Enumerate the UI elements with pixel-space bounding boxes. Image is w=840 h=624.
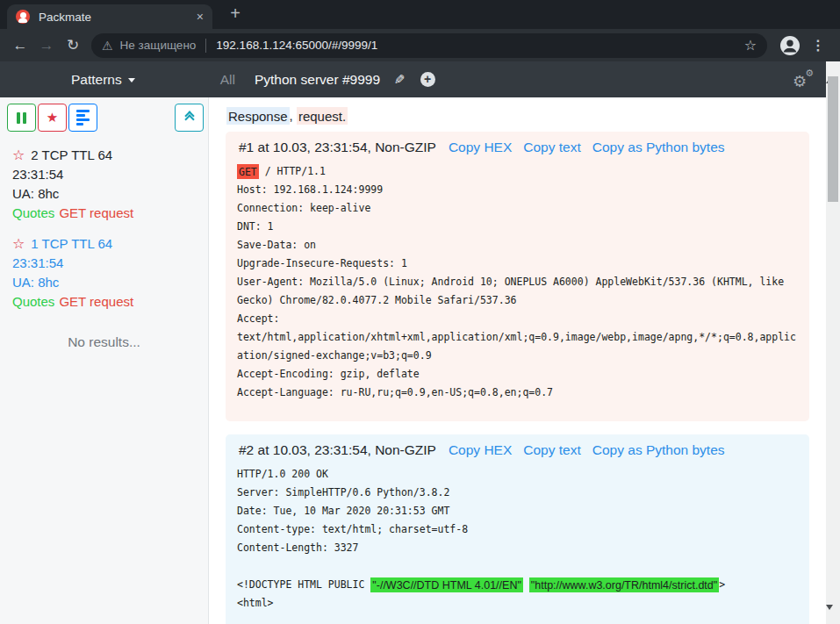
scroll-down-arrow[interactable]	[826, 610, 840, 622]
scrollbar-thumb[interactable]	[828, 76, 838, 202]
new-tab-button[interactable]: +	[225, 4, 246, 24]
favorites-filter-button[interactable]: ★	[38, 104, 67, 132]
not-secure-warning-icon: ⚠	[102, 39, 113, 53]
highlight-green: "http://www.w3.org/TR/html4/strict.dtd"	[529, 577, 719, 592]
packet-content-line: Server: SimpleHTTP/0.6 Python/3.8.2	[237, 484, 798, 502]
packet-content-line: Host: 192.168.1.124:9999	[237, 181, 798, 199]
packet-content-line	[237, 557, 798, 576]
packet-content-line: Connection: keep-alive	[237, 199, 798, 218]
stream-tag: Quotes	[12, 205, 54, 220]
tab-service[interactable]: Python server #9999	[255, 72, 380, 88]
packet-header: #2 at 10.03, 23:31:54, Non-GZIPCopy HEXC…	[237, 442, 798, 458]
packet-content-line: GET / HTTP/1.1	[237, 162, 798, 181]
bookmark-star-icon[interactable]: ☆	[744, 37, 757, 54]
reload-icon[interactable]: ↻	[60, 36, 86, 54]
list-view-button[interactable]	[68, 104, 97, 132]
url-text[interactable]: 192.168.1.124:65000/#/9999/1	[216, 39, 377, 52]
security-status-text[interactable]: Не защищено	[120, 39, 197, 52]
stream-tag: GET request	[59, 294, 133, 309]
summary-line: Response, request.	[226, 108, 826, 123]
tab-close-icon[interactable]: ×	[197, 11, 204, 23]
text-segment: ,	[290, 108, 297, 123]
stream-detail-panel: Response, request. #1 at 10.03, 23:31:54…	[210, 97, 826, 624]
back-icon[interactable]: ←	[7, 37, 33, 54]
edit-service-icon[interactable]: ✎	[394, 72, 406, 88]
scroll-up-arrow[interactable]	[826, 63, 840, 75]
collapse-sidebar-button[interactable]	[175, 104, 204, 132]
text-segment: Accept-Language: ru-RU,ru;q=0.9,en-US;q=…	[237, 386, 553, 398]
browser-tab[interactable]: Packmate ×	[7, 4, 212, 29]
text-segment: Upgrade-Insecure-Requests: 1	[237, 257, 407, 269]
text-segment: HTTP/1.0 200 OK	[237, 468, 328, 480]
add-service-icon[interactable]	[420, 72, 435, 87]
packet-content-line: Upgrade-Insecure-Requests: 1	[237, 255, 798, 273]
stream-tags: QuotesGET request	[12, 292, 199, 312]
text-segment: Server: SimpleHTTP/0.6 Python/3.8.2	[237, 486, 449, 498]
browser-toolbar: ← → ↻ ⚠ Не защищено 192.168.1.124:65000/…	[0, 29, 840, 61]
stream-user-agent: UA: 8hc	[12, 273, 199, 292]
stream-tags: QuotesGET request	[12, 204, 199, 223]
patterns-label: Patterns	[71, 72, 122, 88]
copy-hex-link[interactable]: Copy HEX	[449, 140, 512, 155]
packet-content-line: Accept: text/html,application/xhtml+xml,…	[237, 310, 798, 365]
copy-text-link[interactable]: Copy text	[523, 442, 580, 458]
browser-menu-icon[interactable]: ⋮	[811, 37, 825, 54]
packet-title: #1 at 10.03, 23:31:54, Non-GZIP	[239, 140, 436, 155]
omnibox-divider	[205, 39, 206, 53]
packet-content-line: User-Agent: Mozilla/5.0 (Linux; Android …	[237, 273, 798, 310]
copy-text-link[interactable]: Copy text	[523, 140, 580, 155]
favorite-star-icon[interactable]: ☆	[12, 236, 25, 251]
text-segment: Connection: keep-alive	[237, 202, 370, 214]
packet-content-line: DNT: 1	[237, 218, 798, 236]
settings-gears-icon[interactable]: ⚙ ⚙	[793, 70, 814, 90]
text-segment: <html>	[237, 597, 274, 609]
text-segment: Date: Tue, 10 Mar 2020 20:31:53 GMT	[237, 505, 449, 517]
packet-content-line: Accept-Encoding: gzip, deflate	[237, 365, 798, 384]
packet-content-line: HTTP/1.0 200 OK	[237, 465, 798, 484]
copy-hex-link[interactable]: Copy HEX	[449, 442, 512, 458]
stream-item[interactable]: ☆2 TCP TTL 6423:31:54UA: 8hcQuotesGET re…	[12, 146, 199, 223]
copy-as-python-bytes-link[interactable]: Copy as Python bytes	[592, 442, 725, 458]
text-segment: Accept: text/html,application/xhtml+xml,…	[237, 312, 796, 362]
text-segment	[523, 578, 529, 591]
app-navbar: Patterns All Python server #9999 ✎ ⚙ ⚙	[0, 61, 826, 97]
packet-1: #1 at 10.03, 23:31:54, Non-GZIPCopy HEXC…	[226, 132, 809, 421]
packet-content: GET / HTTP/1.1Host: 192.168.1.124:9999Co…	[237, 162, 798, 402]
packet-content-line: Date: Tue, 10 Mar 2020 20:31:53 GMT	[237, 502, 798, 520]
text-segment: Accept-Encoding: gzip, deflate	[237, 368, 420, 380]
highlight-response: Response	[226, 107, 290, 125]
highlight-green: "-//W3C//DTD HTML 4.01//EN"	[370, 577, 523, 592]
stream-time: 23:31:54	[12, 165, 199, 184]
text-segment: Save-Data: on	[237, 239, 316, 251]
stream-user-agent: UA: 8hc	[12, 184, 199, 204]
stream-time: 23:31:54	[12, 254, 199, 273]
stream-list: ☆2 TCP TTL 6423:31:54UA: 8hcQuotesGET re…	[0, 132, 208, 312]
stream-sidebar: ★ ☆2 TCP TTL 6423:31:54UA: 8hcQuotesGET …	[0, 97, 209, 624]
chevron-down-icon	[128, 78, 135, 86]
packet-2: #2 at 10.03, 23:31:54, Non-GZIPCopy HEXC…	[226, 434, 809, 624]
stream-title: 1 TCP TTL 64	[31, 236, 112, 251]
text-segment: / HTTP/1.1	[259, 165, 326, 177]
stream-title: 2 TCP TTL 64	[31, 147, 112, 162]
favorite-star-icon[interactable]: ☆	[12, 147, 25, 162]
profile-avatar[interactable]	[779, 35, 801, 56]
packet-content-line: Content-type: text/html; charset=utf-8	[237, 520, 798, 539]
packet-list: #1 at 10.03, 23:31:54, Non-GZIPCopy HEXC…	[210, 132, 826, 624]
stream-item[interactable]: ☆1 TCP TTL 6423:31:54UA: 8hcQuotesGET re…	[12, 234, 199, 312]
packet-content-line: <html>	[237, 594, 798, 613]
patterns-dropdown[interactable]: Patterns	[71, 72, 135, 88]
tab-all[interactable]: All	[220, 72, 235, 88]
pause-button[interactable]	[7, 104, 36, 132]
copy-as-python-bytes-link[interactable]: Copy as Python bytes	[592, 140, 725, 155]
forward-icon[interactable]: →	[33, 37, 60, 54]
page-scrollbar[interactable]	[826, 61, 840, 624]
text-segment: Host: 192.168.1.124:9999	[237, 183, 383, 196]
highlight-request: request.	[297, 107, 348, 125]
address-bar[interactable]: ⚠ Не защищено 192.168.1.124:65000/#/9999…	[91, 33, 767, 58]
packmate-favicon-icon	[16, 10, 30, 24]
tab-title: Packmate	[39, 11, 197, 24]
stream-tag: GET request	[59, 205, 133, 220]
text-segment: >	[719, 578, 725, 591]
stream-tag: Quotes	[12, 294, 54, 309]
no-results-text: No results...	[0, 334, 208, 350]
